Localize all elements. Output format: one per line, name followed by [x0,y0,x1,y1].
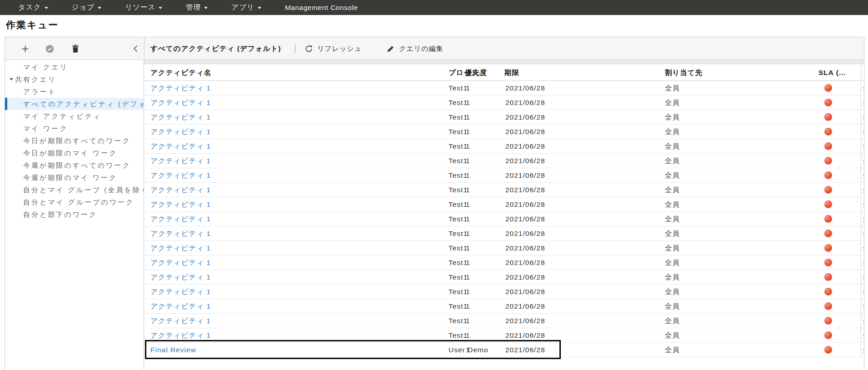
clipped-link[interactable]: ジ [862,328,864,343]
work-queue-panel: すべてのアクティビティ (デフォルト) リフレッシュ クエリの編集 マイ クエリ… [5,37,864,370]
table-row[interactable]: アクティビティ 1Test112021/06/28全員ジ [144,226,864,241]
tree-expander-icon[interactable] [10,78,13,80]
clipped-link[interactable]: ジ [862,343,864,357]
table-row[interactable]: アクティビティ 1Test112021/06/28全員ジ [144,299,864,314]
table-row[interactable]: アクティビティ 1Test112021/06/28全員ジ [144,139,864,154]
clipped-link[interactable]: ジ [862,255,864,270]
column-header-5[interactable]: SLA (... [818,64,846,81]
column-header-3[interactable]: 期限 [504,64,519,81]
clipped-link[interactable]: ジ [862,241,864,255]
activity-name-link[interactable]: アクティビティ 1 [150,226,211,241]
column-header-2[interactable]: 優先度 [465,64,488,81]
nav-menu-0[interactable]: タスク [18,3,48,12]
process-cell: Test1 [449,168,468,183]
activity-name-link[interactable]: アクティビティ 1 [150,81,211,95]
sidebar-item-3[interactable]: すべてのアクティビティ (デフォルト) [5,98,144,110]
due-date-cell: 2021/06/28 [505,299,545,314]
refresh-button[interactable]: リフレッシュ [305,37,362,60]
sidebar-item-2[interactable]: アラート [5,85,144,98]
sidebar-item-8[interactable]: 今週が期限のすべてのワーク [5,159,144,171]
table-row[interactable]: アクティビティ 1Test112021/06/28全員ジ [144,81,864,95]
clipped-link[interactable]: ジ [862,139,864,154]
clipped-link[interactable]: ジ [862,299,864,314]
clipped-link[interactable]: ジ [862,81,864,95]
table-row[interactable]: アクティビティ 1Test112021/06/28全員ジ [144,255,864,270]
activity-name-link[interactable]: アクティビティ 1 [150,110,211,125]
nav-menu-3[interactable]: 管理 [186,3,208,12]
table-row[interactable]: アクティビティ 1Test112021/06/28全員ジ [144,285,864,299]
clipped-link[interactable]: ジ [862,270,864,285]
activity-name-link[interactable]: アクティビティ 1 [150,154,211,168]
table-row[interactable]: アクティビティ 1Test112021/06/28全員ジ [144,110,864,125]
work-queue-table: アクティビティ名プロセス優先度期限割り当て先SLA (...ワ アクティビティ … [144,60,864,370]
sidebar-item-11[interactable]: 自分とマイ グループのワーク [5,196,144,208]
table-row[interactable]: アクティビティ 1Test112021/06/28全員ジ [144,183,864,197]
activity-name-link[interactable]: アクティビティ 1 [150,328,211,343]
table-row[interactable]: アクティビティ 1Test112021/06/28全員ジ [144,270,864,285]
delete-button[interactable] [70,37,81,60]
clipped-link[interactable]: ジ [862,226,864,241]
nav-menu-4[interactable]: アプリ [231,3,261,12]
table-row[interactable]: アクティビティ 1Test112021/06/28全員ジ [144,168,864,183]
add-query-button[interactable] [19,37,31,60]
assigned-to-cell: 全員 [665,255,680,270]
collapse-sidebar-button[interactable] [130,37,141,60]
sidebar-item-0[interactable]: マイ クエリ [5,61,144,73]
sidebar-item-7[interactable]: 今日が期限のマイ ワーク [5,147,144,159]
clipped-link[interactable]: ジ [862,125,864,139]
nav-menu-1[interactable]: ジョブ [72,3,102,12]
mark-complete-button[interactable] [44,37,55,60]
table-row[interactable]: アクティビティ 1Test112021/06/28全員ジ [144,197,864,212]
column-header-4[interactable]: 割り当て先 [665,64,703,81]
activity-name-link[interactable]: アクティビティ 1 [150,241,211,255]
activity-name-link[interactable]: アクティビティ 1 [150,314,211,328]
sla-status-dot [824,215,832,223]
table-row[interactable]: アクティビティ 1Test112021/06/28全員ジ [144,95,864,110]
clipped-link[interactable]: ジ [862,168,864,183]
clipped-link[interactable]: ジ [862,95,864,110]
due-date-cell: 2021/06/28 [505,314,545,328]
edit-query-button[interactable]: クエリの編集 [387,37,443,60]
activity-name-link[interactable]: アクティビティ 1 [150,255,211,270]
sla-status-dot [824,331,832,339]
sidebar-item-1[interactable]: 共有クエリ [5,73,144,85]
sidebar-item-4[interactable]: マイ アクティビティ [5,110,144,122]
activity-name-link[interactable]: Final Review [150,343,196,357]
clipped-link[interactable]: ジ [862,285,864,299]
activity-name-link[interactable]: アクティビティ 1 [150,197,211,212]
sidebar-item-9[interactable]: 今週が期限のマイ ワーク [5,171,144,184]
table-row[interactable]: アクティビティ 1Test112021/06/28全員ジ [144,241,864,255]
activity-name-link[interactable]: アクティビティ 1 [150,139,211,154]
table-row[interactable]: アクティビティ 1Test112021/06/28全員ジ [144,212,864,226]
due-date-cell: 2021/06/28 [505,285,545,299]
activity-name-link[interactable]: アクティビティ 1 [150,183,211,197]
clipped-link[interactable]: ジ [862,110,864,125]
clipped-link[interactable]: ジ [862,314,864,328]
column-header-0[interactable]: アクティビティ名 [150,64,212,81]
clipped-link[interactable]: ジ [862,154,864,168]
clipped-link[interactable]: ジ [862,212,864,226]
activity-name-link[interactable]: アクティビティ 1 [150,270,211,285]
sidebar-item-5[interactable]: マイ ワーク [5,122,144,135]
sidebar-item-12[interactable]: 自分と部下のワーク [5,208,144,220]
assigned-to-cell: 全員 [665,299,680,314]
table-row[interactable]: アクティビティ 1Test112021/06/28全員ジ [144,154,864,168]
clipped-link[interactable]: ジ [862,197,864,212]
nav-menu-2[interactable]: リソース [125,3,162,12]
table-row-highlighted[interactable]: Final ReviewUser Demo12021/06/28全員ジ [144,343,864,357]
sidebar-item-6[interactable]: 今日が期限のすべてのワーク [5,135,144,147]
activity-name-link[interactable]: アクティビティ 1 [150,125,211,139]
activity-name-link[interactable]: アクティビティ 1 [150,212,211,226]
refresh-icon [305,45,313,53]
activity-name-link[interactable]: アクティビティ 1 [150,168,211,183]
table-row[interactable]: アクティビティ 1Test112021/06/28全員ジ [144,125,864,139]
table-row[interactable]: アクティビティ 1Test112021/06/28全員ジ [144,314,864,328]
clipped-link[interactable]: ジ [862,183,864,197]
assigned-to-cell: 全員 [665,125,680,139]
activity-name-link[interactable]: アクティビティ 1 [150,95,211,110]
activity-name-link[interactable]: アクティビティ 1 [150,299,211,314]
table-row[interactable]: アクティビティ 1Test112021/06/28全員ジ [144,328,864,343]
activity-name-link[interactable]: アクティビティ 1 [150,285,211,299]
assigned-to-cell: 全員 [665,183,680,197]
sidebar-item-10[interactable]: 自分とマイ グループ (全員を除く) [5,184,144,196]
